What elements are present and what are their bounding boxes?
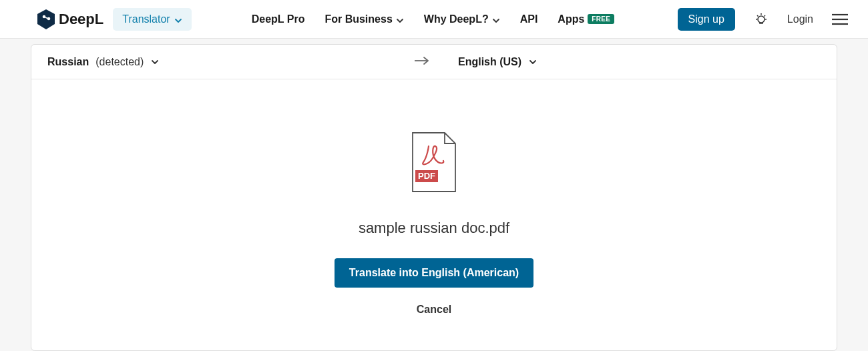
chevron-down-icon <box>396 15 404 23</box>
translator-label: Translator <box>122 13 170 25</box>
source-language-name: Russian <box>47 56 89 68</box>
swap-languages-button[interactable] <box>414 55 430 69</box>
svg-marker-0 <box>37 9 55 29</box>
translator-card: Russian (detected) English (US) <box>31 44 837 351</box>
chevron-down-icon <box>150 57 160 67</box>
svg-point-1 <box>43 15 46 18</box>
logo[interactable]: DeepL <box>37 9 103 29</box>
chevron-down-icon <box>174 15 182 23</box>
hamburger-menu-icon[interactable] <box>832 13 848 25</box>
nav-deepl-pro[interactable]: DeepL Pro <box>252 13 305 25</box>
main-content: Russian (detected) English (US) <box>0 39 868 351</box>
svg-point-3 <box>758 16 765 23</box>
login-link[interactable]: Login <box>787 13 813 25</box>
free-badge: FREE <box>588 14 614 24</box>
pdf-file-icon: PDF <box>409 131 459 196</box>
nav-for-business[interactable]: For Business <box>324 13 403 25</box>
document-area: PDF sample russian doc.pdf Translate int… <box>31 79 837 316</box>
deepl-logo-icon <box>37 9 55 29</box>
language-bar: Russian (detected) English (US) <box>31 45 837 79</box>
cancel-button[interactable]: Cancel <box>417 304 451 316</box>
svg-point-2 <box>47 17 51 20</box>
main-header: DeepL Translator DeepL Pro For Business … <box>0 0 868 39</box>
source-language-detected: (detected) <box>95 56 144 68</box>
header-right: Sign up Login <box>678 8 848 31</box>
chevron-down-icon <box>528 57 537 67</box>
nav-apps[interactable]: Apps FREE <box>558 13 614 25</box>
logo-text: DeepL <box>59 11 103 28</box>
source-language-selector[interactable]: Russian (detected) <box>47 56 160 68</box>
chevron-down-icon <box>492 15 500 23</box>
lightbulb-icon[interactable] <box>754 12 769 27</box>
signup-button[interactable]: Sign up <box>678 8 735 31</box>
target-language-name: English (US) <box>458 56 521 68</box>
svg-line-8 <box>764 15 765 17</box>
nav-why-deepl[interactable]: Why DeepL? <box>424 13 500 25</box>
translate-button[interactable]: Translate into English (American) <box>335 258 533 288</box>
target-language-selector[interactable]: English (US) <box>458 56 537 68</box>
nav-api[interactable]: API <box>520 13 538 25</box>
svg-line-7 <box>757 15 758 17</box>
svg-text:PDF: PDF <box>418 171 435 181</box>
primary-nav: DeepL Pro For Business Why DeepL? API Ap… <box>252 13 615 25</box>
translator-dropdown[interactable]: Translator <box>113 8 191 31</box>
file-name: sample russian doc.pdf <box>359 220 509 237</box>
